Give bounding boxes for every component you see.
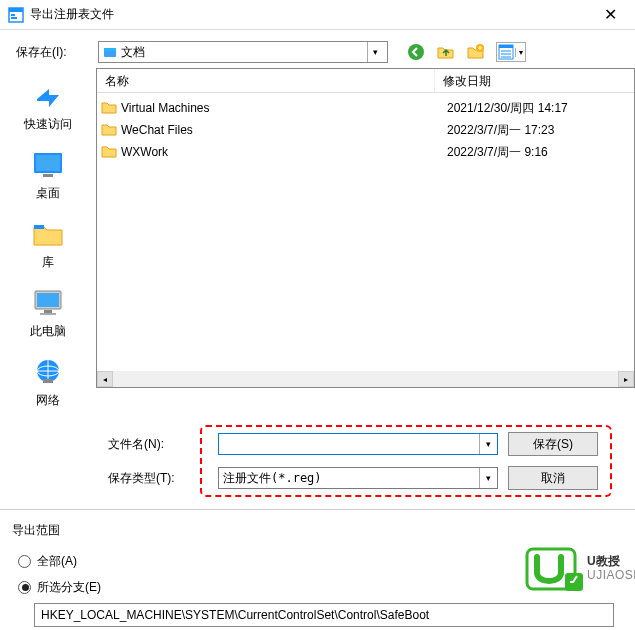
- chevron-down-icon[interactable]: ▾: [479, 434, 497, 454]
- svg-rect-19: [44, 310, 52, 313]
- branch-path-input[interactable]: HKEY_LOCAL_MACHINE\SYSTEM\CurrentControl…: [34, 603, 614, 627]
- quick-access-icon: [30, 78, 66, 114]
- column-header-date[interactable]: 修改日期: [435, 69, 634, 92]
- filename-label: 文件名(N):: [108, 436, 208, 453]
- file-list[interactable]: 名称 修改日期 Virtual Machines2021/12/30/周四 14…: [96, 68, 635, 388]
- network-icon: [30, 354, 66, 390]
- file-name: WeChat Files: [121, 123, 193, 137]
- file-row[interactable]: WeChat Files2022/3/7/周一 17:23: [97, 119, 634, 141]
- svg-rect-23: [43, 379, 53, 383]
- sidebar-item-label: 桌面: [36, 185, 60, 202]
- this-pc-icon: [30, 285, 66, 321]
- file-row[interactable]: WXWork2022/3/7/周一 9:16: [97, 141, 634, 163]
- save-in-combo[interactable]: 文档 ▾: [98, 41, 388, 63]
- filetype-label: 保存类型(T):: [108, 470, 208, 487]
- sidebar-item-label: 库: [42, 254, 54, 271]
- radio-icon: [18, 555, 31, 568]
- export-scope-group: 导出范围 全部(A) 所选分支(E) HKEY_LOCAL_MACHINE\SY…: [0, 514, 635, 630]
- views-menu-button[interactable]: ▾: [496, 42, 526, 62]
- cancel-button[interactable]: 取消: [508, 466, 598, 490]
- back-button[interactable]: [406, 42, 426, 62]
- horizontal-scrollbar[interactable]: ◂ ▸: [97, 371, 634, 387]
- sidebar-item-label: 此电脑: [30, 323, 66, 340]
- file-name: Virtual Machines: [121, 101, 210, 115]
- folder-icon: [101, 100, 117, 116]
- radio-all[interactable]: 全部(A): [18, 551, 617, 571]
- filename-input[interactable]: ▾: [218, 433, 498, 455]
- radio-branch[interactable]: 所选分支(E): [18, 577, 617, 597]
- filetype-combo[interactable]: 注册文件(*.reg) ▾: [218, 467, 498, 489]
- chevron-down-icon[interactable]: ▾: [515, 48, 525, 57]
- file-date: 2022/3/7/周一 17:23: [439, 122, 630, 139]
- close-button[interactable]: ✕: [594, 3, 627, 26]
- desktop-icon: [30, 147, 66, 183]
- sidebar-item-quick-access[interactable]: 快速访问: [8, 78, 88, 133]
- radio-icon: [18, 581, 31, 594]
- file-row[interactable]: Virtual Machines2021/12/30/周四 14:17: [97, 97, 634, 119]
- libraries-icon: [30, 216, 66, 252]
- svg-rect-14: [36, 155, 60, 171]
- sidebar-item-label: 快速访问: [24, 116, 72, 133]
- svg-rect-15: [43, 174, 53, 177]
- new-folder-button[interactable]: [466, 42, 486, 62]
- sidebar-item-network[interactable]: 网络: [8, 354, 88, 409]
- sidebar-item-desktop[interactable]: 桌面: [8, 147, 88, 202]
- sidebar-item-this-pc[interactable]: 此电脑: [8, 285, 88, 340]
- title-bar: 导出注册表文件 ✕: [0, 0, 635, 30]
- chevron-down-icon[interactable]: ▾: [367, 42, 383, 62]
- export-scope-legend: 导出范围: [12, 522, 623, 539]
- svg-rect-1: [9, 8, 23, 12]
- svg-rect-3: [11, 17, 17, 19]
- folder-icon: [101, 122, 117, 138]
- svg-rect-5: [104, 48, 116, 51]
- up-one-level-button[interactable]: [436, 42, 456, 62]
- save-in-value: 文档: [121, 44, 363, 61]
- scroll-left-arrow[interactable]: ◂: [97, 371, 113, 387]
- sidebar-item-label: 网络: [36, 392, 60, 409]
- save-button[interactable]: 保存(S): [508, 432, 598, 456]
- svg-point-6: [408, 44, 424, 60]
- views-icon: [497, 43, 515, 61]
- regedit-icon: [8, 7, 24, 23]
- file-name: WXWork: [121, 145, 168, 159]
- radio-branch-label: 所选分支(E): [37, 579, 101, 596]
- svg-rect-9: [499, 45, 513, 48]
- sidebar-item-libraries[interactable]: 库: [8, 216, 88, 271]
- save-in-label: 保存在(I):: [16, 44, 92, 61]
- svg-rect-20: [40, 313, 56, 315]
- filetype-value: 注册文件(*.reg): [223, 470, 322, 487]
- radio-all-label: 全部(A): [37, 553, 77, 570]
- folder-icon: [101, 144, 117, 160]
- svg-rect-18: [37, 293, 59, 307]
- chevron-down-icon[interactable]: ▾: [479, 468, 497, 488]
- file-date: 2021/12/30/周四 14:17: [439, 100, 630, 117]
- window-title: 导出注册表文件: [30, 6, 114, 23]
- svg-rect-2: [11, 14, 15, 16]
- column-header-name[interactable]: 名称: [97, 69, 435, 92]
- scroll-right-arrow[interactable]: ▸: [618, 371, 634, 387]
- places-bar: 快速访问 桌面 库 此电脑 网络: [0, 68, 96, 419]
- file-date: 2022/3/7/周一 9:16: [439, 144, 630, 161]
- documents-icon: [103, 45, 117, 59]
- svg-rect-16: [34, 225, 44, 229]
